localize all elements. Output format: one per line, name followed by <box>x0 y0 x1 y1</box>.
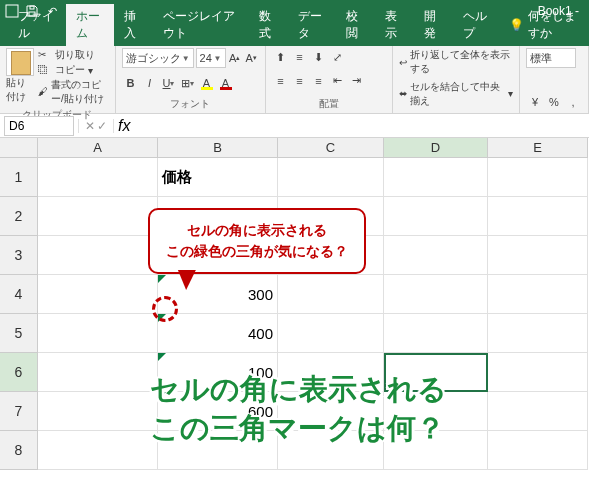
align-label: 配置 <box>272 95 386 111</box>
underline-button[interactable]: U▾ <box>160 74 178 92</box>
row-header-3[interactable]: 3 <box>0 236 38 275</box>
cell-C1[interactable] <box>278 158 384 197</box>
cell-A2[interactable] <box>38 197 158 236</box>
name-box[interactable] <box>4 116 74 136</box>
font-size-select[interactable]: 24▼ <box>196 48 226 68</box>
cell-E7[interactable] <box>488 392 588 431</box>
tab-ヘルプ[interactable]: ヘルプ <box>453 4 501 46</box>
cell-D5[interactable] <box>384 314 488 353</box>
row-header-8[interactable]: 8 <box>0 431 38 470</box>
align-left-icon[interactable]: ≡ <box>272 72 290 90</box>
merge-center-button[interactable]: ⬌セルを結合して中央揃え ▾ <box>399 80 513 108</box>
tab-ホーム[interactable]: ホーム <box>66 4 114 46</box>
scissors-icon: ✂ <box>38 49 52 61</box>
align-right-icon[interactable]: ≡ <box>310 72 328 90</box>
cell-A7[interactable] <box>38 392 158 431</box>
cell-E8[interactable] <box>488 431 588 470</box>
select-all[interactable] <box>0 138 38 158</box>
col-header-A[interactable]: A <box>38 138 158 158</box>
indent-inc-icon[interactable]: ⇥ <box>348 72 366 90</box>
row-header-2[interactable]: 2 <box>0 197 38 236</box>
tab-数式[interactable]: 数式 <box>249 4 288 46</box>
cut-button[interactable]: ✂切り取り <box>38 48 109 62</box>
cell-D1[interactable] <box>384 158 488 197</box>
cell-B5[interactable]: 400 <box>158 314 278 353</box>
cell-D3[interactable] <box>384 236 488 275</box>
currency-icon[interactable]: ¥ <box>526 93 544 111</box>
col-header-B[interactable]: B <box>158 138 278 158</box>
enter-icon[interactable]: ✓ <box>97 119 107 133</box>
brush-icon: 🖌 <box>38 86 48 98</box>
cell-E2[interactable] <box>488 197 588 236</box>
row-header-6[interactable]: 6 <box>0 353 38 392</box>
fill-color-button[interactable]: A <box>198 74 216 92</box>
align-center-icon[interactable]: ≡ <box>291 72 309 90</box>
decrease-font-icon[interactable]: A▾ <box>244 49 259 67</box>
overlay-text: セルの角に表示される この三角マークは何？ <box>150 370 447 448</box>
error-indicator-icon <box>158 353 166 361</box>
cell-A4[interactable] <box>38 275 158 314</box>
row-header-5[interactable]: 5 <box>0 314 38 353</box>
cell-E4[interactable] <box>488 275 588 314</box>
cell-A6[interactable] <box>38 353 158 392</box>
merge-icon: ⬌ <box>399 88 407 99</box>
cell-A8[interactable] <box>38 431 158 470</box>
cell-D4[interactable] <box>384 275 488 314</box>
callout-bubble: セルの角に表示される この緑色の三角が気になる？ <box>148 208 366 274</box>
tab-開発[interactable]: 開発 <box>414 4 453 46</box>
tab-ページレイアウト[interactable]: ページレイアウト <box>153 4 249 46</box>
comma-icon[interactable]: , <box>564 93 582 111</box>
error-indicator-icon <box>158 275 166 283</box>
col-header-E[interactable]: E <box>488 138 588 158</box>
cell-E6[interactable] <box>488 353 588 392</box>
italic-button[interactable]: I <box>141 74 159 92</box>
bold-button[interactable]: B <box>122 74 140 92</box>
row-header-4[interactable]: 4 <box>0 275 38 314</box>
align-middle-icon[interactable]: ≡ <box>291 48 309 66</box>
row-header-1[interactable]: 1 <box>0 158 38 197</box>
tab-挿入[interactable]: 挿入 <box>114 4 153 46</box>
wrap-text-button[interactable]: ↩折り返して全体を表示する <box>399 48 513 76</box>
cell-A3[interactable] <box>38 236 158 275</box>
cell-B1[interactable]: 価格 <box>158 158 278 197</box>
tab-表示[interactable]: 表示 <box>375 4 414 46</box>
tab-データ[interactable]: データ <box>288 4 336 46</box>
number-format-select[interactable]: 標準 <box>526 48 576 68</box>
font-color-button[interactable]: A <box>217 74 235 92</box>
tab-校閲[interactable]: 校閲 <box>336 4 375 46</box>
row-header-7[interactable]: 7 <box>0 392 38 431</box>
tell-me[interactable]: 💡 何をしますか <box>501 4 589 46</box>
col-header-D[interactable]: D <box>384 138 488 158</box>
col-header-C[interactable]: C <box>278 138 384 158</box>
orientation-icon[interactable]: ⤢ <box>329 48 347 66</box>
cancel-icon[interactable]: ✕ <box>85 119 95 133</box>
align-top-icon[interactable]: ⬆ <box>272 48 290 66</box>
copy-button[interactable]: ⿻コピー ▾ <box>38 63 109 77</box>
bulb-icon: 💡 <box>509 18 524 32</box>
paste-icon <box>6 48 34 76</box>
cell-E1[interactable] <box>488 158 588 197</box>
cell-D2[interactable] <box>384 197 488 236</box>
align-bottom-icon[interactable]: ⬇ <box>310 48 328 66</box>
cell-A5[interactable] <box>38 314 158 353</box>
tab-ファイル[interactable]: ファイル <box>8 4 66 46</box>
border-button[interactable]: ⊞▾ <box>179 74 197 92</box>
cell-E5[interactable] <box>488 314 588 353</box>
font-label: フォント <box>122 95 259 111</box>
wrap-icon: ↩ <box>399 57 407 68</box>
percent-icon[interactable]: % <box>545 93 563 111</box>
fx-icon[interactable]: fx <box>114 117 134 135</box>
increase-font-icon[interactable]: A▴ <box>228 49 243 67</box>
highlight-circle <box>152 296 178 322</box>
cell-C4[interactable] <box>278 275 384 314</box>
cell-C5[interactable] <box>278 314 384 353</box>
format-painter-button[interactable]: 🖌書式のコピー/貼り付け <box>38 78 109 106</box>
cell-A1[interactable] <box>38 158 158 197</box>
paste-button[interactable]: 貼り付け <box>6 48 34 106</box>
copy-icon: ⿻ <box>38 64 52 76</box>
font-name-select[interactable]: 游ゴシック▼ <box>122 48 194 68</box>
cell-E3[interactable] <box>488 236 588 275</box>
indent-dec-icon[interactable]: ⇤ <box>329 72 347 90</box>
